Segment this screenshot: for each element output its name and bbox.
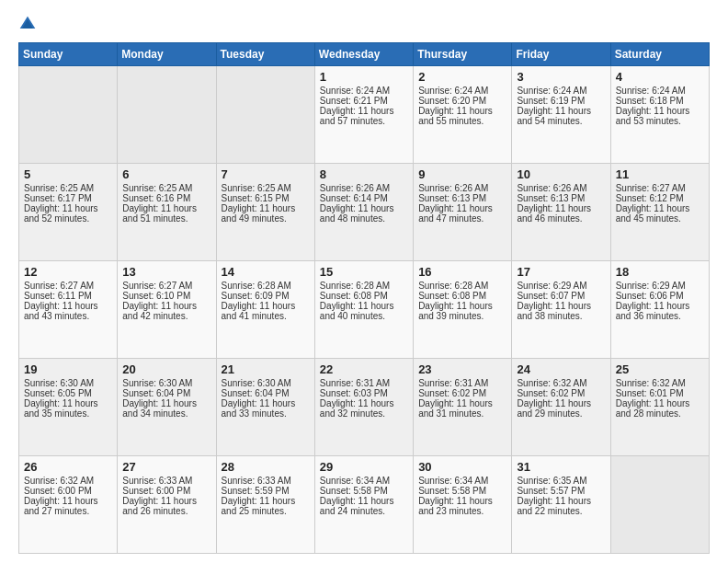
cell-content-line: Sunrise: 6:32 AM (517, 378, 605, 388)
cell-content-line: Sunrise: 6:26 AM (418, 183, 506, 193)
day-number: 15 (320, 265, 408, 279)
cell-content-line: Sunset: 5:58 PM (418, 486, 506, 496)
cell-content-line: Sunrise: 6:25 AM (24, 183, 112, 193)
cell-content-line: Sunrise: 6:30 AM (24, 378, 112, 388)
cell-content-line: Sunrise: 6:27 AM (616, 183, 704, 193)
cell-content-line: and 39 minutes. (418, 311, 506, 321)
day-number: 23 (418, 362, 506, 376)
day-number: 3 (517, 70, 605, 84)
day-number: 10 (517, 167, 605, 181)
cell-content-line: Sunset: 5:58 PM (320, 486, 408, 496)
cell-content-line: and 47 minutes. (418, 213, 506, 224)
cell-content-line: Daylight: 11 hours (616, 203, 704, 213)
calendar-cell: 21Sunrise: 6:30 AMSunset: 6:04 PMDayligh… (216, 359, 314, 456)
cell-content-line: Sunrise: 6:33 AM (122, 476, 210, 486)
day-number: 30 (418, 460, 506, 474)
calendar-cell: 31Sunrise: 6:35 AMSunset: 5:57 PMDayligh… (512, 456, 610, 554)
cell-content-line: and 34 minutes. (122, 408, 210, 419)
cell-content-line: and 40 minutes. (320, 311, 408, 321)
cell-content-line: Daylight: 11 hours (418, 301, 506, 311)
calendar-cell: 25Sunrise: 6:32 AMSunset: 6:01 PMDayligh… (610, 359, 709, 456)
cell-content-line: Sunset: 6:01 PM (616, 388, 704, 398)
cell-content-line: and 42 minutes. (122, 311, 210, 321)
page: SundayMondayTuesdayWednesdayThursdayFrid… (0, 0, 728, 563)
calendar-cell: 4Sunrise: 6:24 AMSunset: 6:18 PMDaylight… (610, 66, 709, 164)
calendar-cell: 29Sunrise: 6:34 AMSunset: 5:58 PMDayligh… (314, 456, 413, 554)
cell-content-line: Sunrise: 6:33 AM (222, 476, 310, 486)
cell-content-line: Sunset: 6:13 PM (517, 193, 605, 203)
cell-content-line: and 33 minutes. (222, 408, 310, 419)
cell-content-line: Daylight: 11 hours (418, 203, 506, 213)
calendar-cell: 14Sunrise: 6:28 AMSunset: 6:09 PMDayligh… (216, 261, 314, 359)
day-number: 26 (24, 460, 112, 474)
cell-content-line: Daylight: 11 hours (418, 398, 506, 408)
day-number: 20 (122, 362, 210, 376)
calendar-cell: 8Sunrise: 6:26 AMSunset: 6:14 PMDaylight… (314, 164, 413, 261)
day-number: 2 (418, 70, 506, 84)
calendar-cell (118, 66, 216, 164)
cell-content-line: Daylight: 11 hours (122, 203, 210, 213)
cell-content-line: Daylight: 11 hours (616, 106, 704, 116)
cell-content-line: Sunset: 5:57 PM (517, 486, 605, 496)
cell-content-line: and 23 minutes. (418, 506, 506, 516)
calendar-cell: 15Sunrise: 6:28 AMSunset: 6:08 PMDayligh… (314, 261, 413, 359)
cell-content-line: Daylight: 11 hours (320, 106, 408, 116)
cell-content-line: Sunrise: 6:24 AM (418, 86, 506, 96)
day-number: 4 (616, 70, 704, 84)
day-number: 31 (517, 460, 605, 474)
cell-content-line: and 49 minutes. (222, 213, 310, 224)
cell-content-line: Daylight: 11 hours (320, 301, 408, 311)
cell-content-line: Sunrise: 6:27 AM (24, 281, 112, 291)
cell-content-line: and 45 minutes. (616, 213, 704, 224)
day-number: 28 (222, 460, 310, 474)
day-header-saturday: Saturday (610, 43, 709, 66)
calendar-cell (610, 456, 709, 554)
cell-content-line: Daylight: 11 hours (222, 301, 310, 311)
cell-content-line: and 22 minutes. (517, 506, 605, 516)
cell-content-line: and 38 minutes. (517, 311, 605, 321)
cell-content-line: Sunset: 6:19 PM (517, 96, 605, 106)
calendar-cell: 28Sunrise: 6:33 AMSunset: 5:59 PMDayligh… (216, 456, 314, 554)
day-number: 13 (122, 265, 210, 279)
cell-content-line: Daylight: 11 hours (616, 301, 704, 311)
cell-content-line: Daylight: 11 hours (418, 106, 506, 116)
cell-content-line: Sunrise: 6:24 AM (320, 86, 408, 96)
cell-content-line: Sunrise: 6:28 AM (320, 281, 408, 291)
calendar-cell: 22Sunrise: 6:31 AMSunset: 6:03 PMDayligh… (314, 359, 413, 456)
calendar-cell: 6Sunrise: 6:25 AMSunset: 6:16 PMDaylight… (118, 164, 216, 261)
calendar-cell: 11Sunrise: 6:27 AMSunset: 6:12 PMDayligh… (610, 164, 709, 261)
cell-content-line: Sunrise: 6:24 AM (517, 86, 605, 96)
cell-content-line: Daylight: 11 hours (24, 203, 112, 213)
cell-content-line: Sunset: 6:06 PM (616, 291, 704, 301)
calendar-cell: 10Sunrise: 6:26 AMSunset: 6:13 PMDayligh… (512, 164, 610, 261)
day-number: 29 (320, 460, 408, 474)
cell-content-line: Daylight: 11 hours (122, 496, 210, 506)
cell-content-line: and 57 minutes. (320, 116, 408, 126)
cell-content-line: Sunset: 6:08 PM (418, 291, 506, 301)
day-header-sunday: Sunday (19, 43, 118, 66)
calendar-cell: 9Sunrise: 6:26 AMSunset: 6:13 PMDaylight… (414, 164, 512, 261)
cell-content-line: Sunset: 6:16 PM (122, 193, 210, 203)
cell-content-line: Sunset: 6:04 PM (122, 388, 210, 398)
cell-content-line: Daylight: 11 hours (24, 496, 112, 506)
calendar-week-3: 19Sunrise: 6:30 AMSunset: 6:05 PMDayligh… (19, 359, 710, 456)
day-number: 18 (616, 265, 704, 279)
cell-content-line: Sunrise: 6:26 AM (320, 183, 408, 193)
cell-content-line: Sunrise: 6:28 AM (418, 281, 506, 291)
calendar-week-2: 12Sunrise: 6:27 AMSunset: 6:11 PMDayligh… (19, 261, 710, 359)
day-number: 24 (517, 362, 605, 376)
day-number: 7 (222, 167, 310, 181)
cell-content-line: and 31 minutes. (418, 408, 506, 419)
calendar-cell: 2Sunrise: 6:24 AMSunset: 6:20 PMDaylight… (414, 66, 512, 164)
day-number: 12 (24, 265, 112, 279)
cell-content-line: Sunrise: 6:30 AM (122, 378, 210, 388)
cell-content-line: Daylight: 11 hours (517, 398, 605, 408)
cell-content-line: Sunset: 6:15 PM (222, 193, 310, 203)
cell-content-line: Sunrise: 6:28 AM (222, 281, 310, 291)
cell-content-line: Daylight: 11 hours (320, 203, 408, 213)
cell-content-line: and 48 minutes. (320, 213, 408, 224)
cell-content-line: and 26 minutes. (122, 506, 210, 516)
cell-content-line: Daylight: 11 hours (320, 496, 408, 506)
cell-content-line: Sunrise: 6:27 AM (122, 281, 210, 291)
calendar-week-0: 1Sunrise: 6:24 AMSunset: 6:21 PMDaylight… (19, 66, 710, 164)
